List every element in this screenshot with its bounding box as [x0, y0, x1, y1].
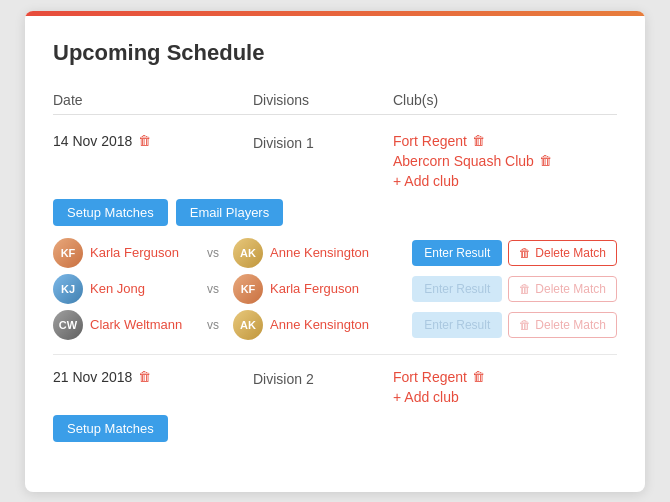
- match2-player2-name: Karla Ferguson: [270, 281, 359, 296]
- schedule-card: Upcoming Schedule Date Divisions Club(s)…: [25, 11, 645, 492]
- match1-delete-match-button[interactable]: 🗑 Delete Match: [508, 240, 617, 266]
- schedule-section-1: 14 Nov 2018 🗑 Division 1 Fort Regent 🗑 A…: [53, 119, 617, 355]
- section1-delete-icon[interactable]: 🗑: [138, 133, 151, 148]
- match2-player2-avatar: KF: [233, 274, 263, 304]
- match2-player1-avatar: KJ: [53, 274, 83, 304]
- section1-add-club[interactable]: + Add club: [393, 173, 617, 189]
- header-divisions: Divisions: [253, 92, 393, 108]
- match1-player1-info: KF Karla Ferguson: [53, 238, 193, 268]
- match2-player1-info: KJ Ken Jong: [53, 274, 193, 304]
- match1-player1-name: Karla Ferguson: [90, 245, 179, 260]
- header-date: Date: [53, 92, 253, 108]
- section1-club2: Abercorn Squash Club 🗑: [393, 153, 617, 169]
- match2-delete-match-button[interactable]: 🗑 Delete Match: [508, 276, 617, 302]
- match1-player1-avatar: KF: [53, 238, 83, 268]
- section1-club1: Fort Regent 🗑: [393, 133, 617, 149]
- match3-delete-trash-icon: 🗑: [519, 318, 531, 332]
- match3-delete-match-button[interactable]: 🗑 Delete Match: [508, 312, 617, 338]
- section1-meta: 14 Nov 2018 🗑 Division 1 Fort Regent 🗑 A…: [53, 133, 617, 189]
- match1-player2-info: AK Anne Kensington: [233, 238, 373, 268]
- match1-actions: Enter Result 🗑 Delete Match: [412, 240, 617, 266]
- match1-delete-trash-icon: 🗑: [519, 246, 531, 260]
- club2-delete-icon[interactable]: 🗑: [539, 153, 552, 168]
- club1-delete-icon[interactable]: 🗑: [472, 133, 485, 148]
- match1-enter-result-button[interactable]: Enter Result: [412, 240, 502, 266]
- match2-enter-result-button[interactable]: Enter Result: [412, 276, 502, 302]
- match3-player1-name: Clark Weltmann: [90, 317, 182, 332]
- section1-division: Division 1: [253, 133, 393, 151]
- section1-matches-list: KF Karla Ferguson vs AK Anne Kensington …: [53, 238, 617, 340]
- section1-clubs: Fort Regent 🗑 Abercorn Squash Club 🗑 + A…: [393, 133, 617, 189]
- match3-player2-avatar: AK: [233, 310, 263, 340]
- table-header: Date Divisions Club(s): [53, 86, 617, 115]
- section2-division: Division 2: [253, 369, 393, 387]
- match3-player1-info: CW Clark Weltmann: [53, 310, 193, 340]
- section2-date-col: 21 Nov 2018 🗑: [53, 369, 253, 385]
- section2-setup-button[interactable]: Setup Matches: [53, 415, 168, 442]
- schedule-section-2: 21 Nov 2018 🗑 Division 2 Fort Regent 🗑 +…: [53, 355, 617, 468]
- section2-add-club[interactable]: + Add club: [393, 389, 617, 405]
- section1-date: 14 Nov 2018: [53, 133, 132, 149]
- match2-player2-info: KF Karla Ferguson: [233, 274, 373, 304]
- match3-vs: vs: [203, 318, 223, 332]
- match2-actions: Enter Result 🗑 Delete Match: [412, 276, 617, 302]
- section2-club1-delete-icon[interactable]: 🗑: [472, 369, 485, 384]
- match1-vs: vs: [203, 246, 223, 260]
- header-clubs: Club(s): [393, 92, 617, 108]
- match2-delete-trash-icon: 🗑: [519, 282, 531, 296]
- match3-player2-info: AK Anne Kensington: [233, 310, 373, 340]
- match-row-3: CW Clark Weltmann vs AK Anne Kensington …: [53, 310, 617, 340]
- match2-player1-name: Ken Jong: [90, 281, 145, 296]
- section1-date-col: 14 Nov 2018 🗑: [53, 133, 253, 149]
- match1-player2-name: Anne Kensington: [270, 245, 369, 260]
- match-row-2: KJ Ken Jong vs KF Karla Ferguson Enter R…: [53, 274, 617, 304]
- section1-setup-button[interactable]: Setup Matches: [53, 199, 168, 226]
- match2-vs: vs: [203, 282, 223, 296]
- section2-club1: Fort Regent 🗑: [393, 369, 617, 385]
- page-title: Upcoming Schedule: [53, 40, 617, 66]
- section1-email-button[interactable]: Email Players: [176, 199, 283, 226]
- match3-player1-avatar: CW: [53, 310, 83, 340]
- match1-player2-avatar: AK: [233, 238, 263, 268]
- section2-date: 21 Nov 2018: [53, 369, 132, 385]
- section2-action-buttons: Setup Matches: [53, 415, 617, 442]
- match3-enter-result-button[interactable]: Enter Result: [412, 312, 502, 338]
- match3-actions: Enter Result 🗑 Delete Match: [412, 312, 617, 338]
- card-body: Upcoming Schedule Date Divisions Club(s)…: [25, 16, 645, 492]
- section2-clubs: Fort Regent 🗑 + Add club: [393, 369, 617, 405]
- section2-meta: 21 Nov 2018 🗑 Division 2 Fort Regent 🗑 +…: [53, 369, 617, 405]
- section2-delete-icon[interactable]: 🗑: [138, 369, 151, 384]
- section1-action-buttons: Setup Matches Email Players: [53, 199, 617, 226]
- match3-player2-name: Anne Kensington: [270, 317, 369, 332]
- match-row-1: KF Karla Ferguson vs AK Anne Kensington …: [53, 238, 617, 268]
